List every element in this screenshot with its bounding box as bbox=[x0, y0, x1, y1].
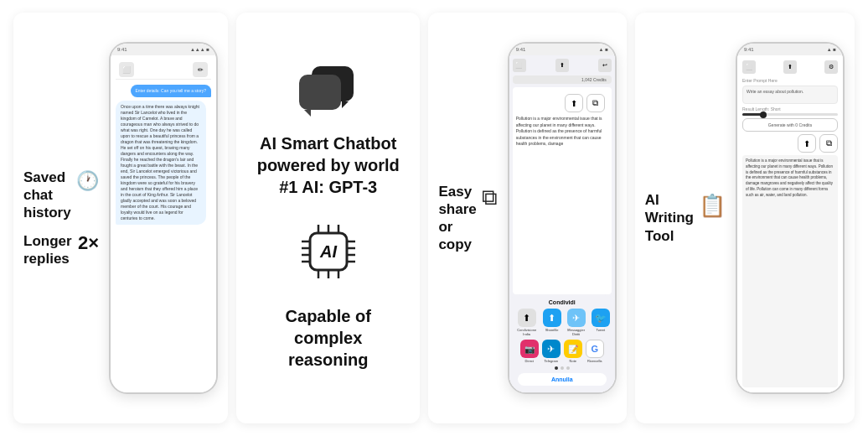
share-app-messaggi: ✈ Messaggier Diritti bbox=[565, 309, 588, 336]
app-icon-messaggi[interactable]: ✈ bbox=[567, 309, 586, 327]
app-icon-tweet[interactable]: 🐦 bbox=[592, 309, 610, 327]
clock-icon: 🕐 bbox=[76, 170, 99, 192]
saved-chat-label: Saved chat history bbox=[23, 169, 71, 221]
signal-1: ▲▲▲ ■ bbox=[190, 47, 209, 52]
share-app-note: 📝 Note bbox=[564, 340, 582, 363]
app-icon-sharefile[interactable]: ⬆ bbox=[543, 309, 561, 327]
status-bar-1: 9:41 ▲▲▲ ■ bbox=[111, 44, 216, 55]
app-icon-google[interactable]: G bbox=[586, 340, 604, 358]
share-phone-content: ⬜ ⬆ ↩ 1,042 Credits ⬆ ⧉ Pollution is a m… bbox=[509, 55, 615, 392]
chat-icon: ⬜ bbox=[119, 62, 134, 77]
time-4: 9:41 bbox=[744, 47, 754, 52]
app-icon-telegram[interactable]: ✈ bbox=[542, 340, 561, 358]
status-bar-4: 9:41 ▲ ■ bbox=[737, 44, 843, 55]
writing-label: AI Writing Tool bbox=[645, 191, 694, 245]
feature-writing: AI Writing Tool 📋 bbox=[645, 191, 726, 245]
writing-icon3: ⚙ bbox=[824, 60, 838, 74]
phone-mockup-3: 9:41 ▲ ■ ⬜ ⬆ ↩ 1,042 Credits ⬆ ⧉ bbox=[508, 42, 617, 394]
share-label: Easy share or copy bbox=[438, 183, 476, 254]
phone-mockup-1: 9:41 ▲▲▲ ■ ⬜ ✏ Enter details: Can you te… bbox=[109, 42, 218, 394]
writing-output-area: Pollution is a major environmental issue… bbox=[742, 155, 838, 387]
writing-icon2: ⬆ bbox=[783, 60, 797, 74]
share-pagination-dots bbox=[514, 366, 610, 370]
annulla-button[interactable]: Annulla bbox=[518, 373, 607, 386]
share-app-telegram: ✈ Telegram bbox=[542, 340, 561, 363]
phone3-icon1: ⬜ bbox=[513, 59, 526, 72]
credits-badge: 1,042 Credits bbox=[513, 75, 612, 84]
speech-bubbles-icon bbox=[299, 66, 358, 112]
app-label-tweet: Tweet bbox=[596, 328, 605, 332]
writing-output-text: Pollution is a major environmental issue… bbox=[746, 158, 834, 198]
chatbot-title: AI Smart Chatbot powered by world #1 AI:… bbox=[253, 132, 403, 198]
edit-icon: ✏ bbox=[193, 62, 208, 77]
slider-fill bbox=[742, 113, 762, 116]
app-label-google: Ricercella bbox=[587, 359, 602, 363]
phone-screen-4: 9:41 ▲ ■ ⬜ ⬆ ⚙ Enter Prompt Here Write a… bbox=[737, 44, 843, 392]
panel-writing: AI Writing Tool 📋 9:41 ▲ ■ ⬜ ⬆ ⚙ Enter P… bbox=[635, 13, 855, 423]
signal-4: ▲ ■ bbox=[827, 47, 836, 52]
feature-longer-replies: Longer replies 2× bbox=[23, 232, 99, 268]
chatbot-subtitle: Capable of complex reasoning bbox=[253, 305, 403, 371]
share-copy-icon: ⧉ bbox=[482, 184, 498, 210]
app-label-messaggi: Messaggier Diritti bbox=[565, 328, 588, 336]
chat-screen: ⬜ ✏ Enter details: Can you tell me a sto… bbox=[111, 55, 216, 392]
writing-header: ⬜ ⬆ ⚙ bbox=[742, 60, 838, 74]
longer-replies-label: Longer replies bbox=[23, 232, 73, 268]
bubble-front bbox=[299, 75, 341, 110]
panel4-text: AI Writing Tool 📋 bbox=[645, 191, 726, 245]
dot-1 bbox=[555, 366, 558, 370]
app-icon-direct[interactable]: 📷 bbox=[520, 340, 539, 358]
app-icon-note[interactable]: 📝 bbox=[564, 340, 582, 358]
panel3-text: Easy share or copy ⧉ bbox=[438, 183, 497, 254]
prompt-label: Enter Prompt Here bbox=[742, 78, 838, 83]
result-length-container: Result Length: Short bbox=[742, 106, 838, 116]
share-apps-row1: ⬆ Condivisione India ⬆ Sharefile ✈ Messa… bbox=[514, 309, 610, 336]
slider-thumb[interactable] bbox=[760, 112, 767, 118]
copy-btn[interactable]: ⧉ bbox=[586, 94, 605, 112]
writing-copy-btn[interactable]: ⧉ bbox=[819, 134, 838, 153]
dot-3 bbox=[566, 366, 570, 370]
app-label-note: Note bbox=[570, 359, 576, 363]
writing-phone-content: ⬜ ⬆ ⚙ Enter Prompt Here Write an essay a… bbox=[737, 55, 843, 392]
signal-3: ▲ ■ bbox=[599, 47, 608, 52]
ai-chip-icon: AI bbox=[295, 218, 362, 285]
phone-mockup-4: 9:41 ▲ ■ ⬜ ⬆ ⚙ Enter Prompt Here Write a… bbox=[736, 42, 845, 394]
chat-header: ⬜ ✏ bbox=[116, 60, 211, 80]
prompt-input[interactable]: Write an essay about pollution. bbox=[742, 86, 838, 104]
feature-saved-chat: Saved chat history 🕐 bbox=[23, 169, 99, 222]
app-icon-condivisione[interactable]: ⬆ bbox=[518, 309, 536, 327]
generate-button[interactable]: Generate with 0 Credits bbox=[742, 118, 838, 132]
panel-saved-chat: Saved chat history 🕐 Longer replies 2× 9… bbox=[13, 13, 228, 423]
app-label-sharefile: Sharefile bbox=[545, 328, 559, 332]
app-label-condivisione: Condivisione India bbox=[514, 328, 540, 336]
phone-screen-1: 9:41 ▲▲▲ ■ ⬜ ✏ Enter details: Can you te… bbox=[111, 44, 216, 392]
share-btn[interactable]: ⬆ bbox=[565, 94, 583, 112]
result-label: Result Length: Short bbox=[742, 106, 838, 112]
status-bar-3: 9:41 ▲ ■ bbox=[509, 44, 615, 55]
main-container: Saved chat history 🕐 Longer replies 2× 9… bbox=[0, 0, 868, 436]
share-sheet-title: Condividi bbox=[514, 299, 610, 305]
time-3: 9:41 bbox=[516, 47, 526, 52]
result-slider-track[interactable] bbox=[742, 113, 838, 116]
share-content-area: ⬆ ⧉ Pollution is a major environmental i… bbox=[513, 87, 612, 294]
replies-badge: 2× bbox=[78, 232, 99, 254]
chatbot-icon-container bbox=[299, 66, 358, 112]
feature-share: Easy share or copy ⧉ bbox=[438, 183, 497, 254]
phone-screen-3: 9:41 ▲ ■ ⬜ ⬆ ↩ 1,042 Credits ⬆ ⧉ bbox=[509, 44, 615, 392]
dot-2 bbox=[561, 366, 564, 370]
share-content-text: Pollution is a major environmental issue… bbox=[516, 116, 608, 148]
phone3-icon2: ⬆ bbox=[555, 59, 569, 72]
share-app-tweet: 🐦 Tweet bbox=[592, 309, 610, 336]
writing-icon1: ⬜ bbox=[742, 60, 756, 74]
share-action-row: ⬆ ⧉ bbox=[516, 91, 608, 116]
share-app-google: G Ricercella bbox=[586, 340, 604, 363]
panel1-text: Saved chat history 🕐 Longer replies 2× bbox=[23, 169, 99, 267]
app-label-telegram: Telegram bbox=[545, 359, 558, 363]
share-app-direct: 📷 Direct bbox=[520, 340, 539, 363]
phone3-icon3: ↩ bbox=[598, 59, 612, 72]
writing-share-btn[interactable]: ⬆ bbox=[798, 134, 816, 153]
svg-text:AI: AI bbox=[319, 242, 337, 261]
panel-chatbot: AI Smart Chatbot powered by world #1 AI:… bbox=[236, 13, 420, 423]
share-app-sharefile: ⬆ Sharefile bbox=[543, 309, 561, 336]
share-app-condivisione: ⬆ Condivisione India bbox=[514, 309, 540, 336]
